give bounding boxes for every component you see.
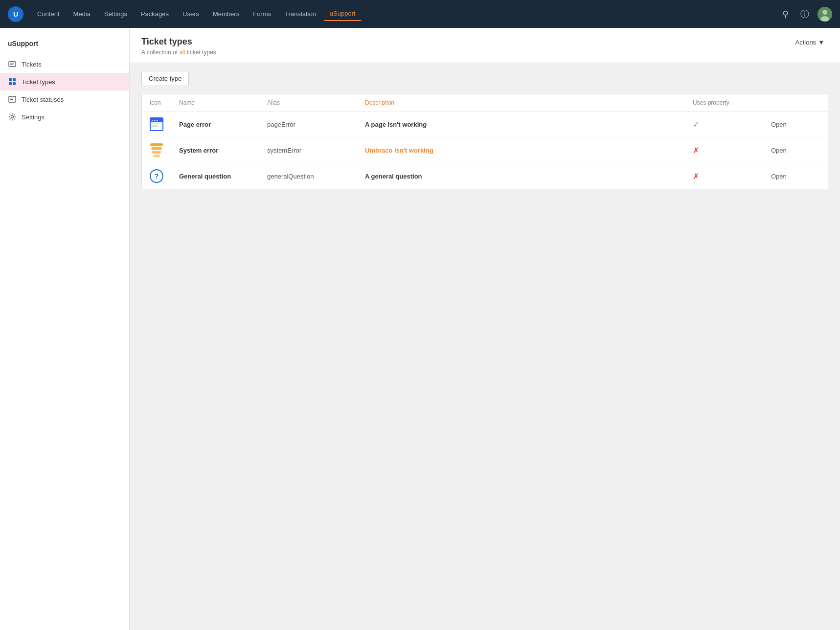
ticket-types-table: Icon Name Alias Description Uses propert…: [141, 94, 828, 189]
nav-packages[interactable]: Packages: [135, 7, 175, 21]
svg-point-1: [822, 10, 827, 15]
nav-members[interactable]: Members: [207, 7, 245, 21]
search-icon[interactable]: ⚲: [778, 7, 792, 21]
row-name-page-error: Page error: [179, 121, 267, 128]
create-type-button[interactable]: Create type: [141, 71, 189, 86]
ticket-statuses-icon: [8, 95, 17, 104]
table-row[interactable]: Page error pageError A page isn't workin…: [142, 112, 828, 137]
ticket-icon: [8, 60, 17, 68]
app-body: uSupport Tickets Ticket types: [0, 28, 840, 630]
stack-icon: [150, 143, 163, 157]
toolbar: Create type: [130, 63, 840, 94]
col-header-name: Name: [179, 99, 267, 106]
row-icon-system-error: [150, 143, 179, 157]
nav-media[interactable]: Media: [68, 7, 96, 21]
nav-users[interactable]: Users: [177, 7, 205, 21]
top-navigation: U Content Media Settings Packages Users …: [0, 0, 840, 28]
check-yes-icon: ✓: [693, 120, 699, 129]
sidebar-title: uSupport: [0, 36, 129, 55]
svg-point-14: [11, 116, 14, 118]
table-row[interactable]: System error systemError Umbraco isn't w…: [142, 137, 828, 163]
help-icon[interactable]: ⓘ: [798, 7, 812, 21]
row-description-page-error: A page isn't working: [365, 121, 693, 128]
chevron-down-icon: ▼: [818, 39, 824, 46]
sidebar-label-settings: Settings: [22, 113, 45, 121]
row-description-system-error: Umbraco isn't working: [365, 147, 693, 154]
nav-content[interactable]: Content: [31, 7, 66, 21]
page-title: Ticket types: [141, 37, 216, 47]
row-description-general-question: A general question: [365, 173, 693, 180]
row-uses-system-error: ✗: [693, 146, 771, 155]
check-no-icon: ✗: [693, 146, 699, 155]
logo[interactable]: U: [8, 6, 23, 22]
page-header-left: Ticket types A collection of all ticket …: [141, 37, 216, 56]
table-row[interactable]: ? General question generalQuestion A gen…: [142, 163, 828, 189]
row-alias-system-error: systemError: [267, 147, 365, 154]
col-header-uses-property: Uses property: [693, 99, 771, 106]
svg-rect-9: [13, 82, 16, 85]
row-icon-general-question: ?: [150, 169, 179, 183]
browser-icon: [150, 117, 163, 131]
row-status-system-error: Open: [771, 147, 820, 154]
svg-rect-6: [9, 78, 12, 81]
check-no-icon: ✗: [693, 172, 699, 181]
sidebar-label-ticket-statuses: Ticket statuses: [22, 96, 64, 103]
nav-forms[interactable]: Forms: [247, 7, 277, 21]
sidebar-label-tickets: Tickets: [22, 61, 42, 68]
col-header-icon: Icon: [150, 99, 179, 106]
actions-button[interactable]: Actions ▼: [791, 37, 828, 48]
col-header-status: [771, 99, 820, 106]
main-content: Ticket types A collection of all ticket …: [130, 28, 840, 630]
col-header-alias: Alias: [267, 99, 365, 106]
nav-usupport[interactable]: uSupport: [324, 7, 362, 21]
question-mark-icon: ?: [150, 169, 163, 183]
settings-icon: [8, 112, 17, 121]
user-avatar[interactable]: [817, 7, 832, 22]
col-header-description: Description: [365, 99, 693, 106]
svg-rect-8: [9, 82, 12, 85]
row-name-system-error: System error: [179, 147, 267, 154]
row-uses-page-error: ✓: [693, 120, 771, 129]
row-status-page-error: Open: [771, 121, 820, 128]
sidebar-label-ticket-types: Ticket types: [22, 78, 55, 86]
sidebar-item-ticket-types[interactable]: Ticket types: [0, 73, 129, 90]
svg-rect-3: [9, 62, 16, 67]
page-subtitle: A collection of all ticket types: [141, 49, 216, 56]
all-link[interactable]: all: [179, 49, 185, 56]
sidebar-item-settings[interactable]: Settings: [0, 108, 129, 126]
page-header: Ticket types A collection of all ticket …: [130, 28, 840, 63]
row-icon-page-error: [150, 117, 179, 131]
svg-rect-7: [13, 78, 16, 81]
row-name-general-question: General question: [179, 173, 267, 180]
row-alias-page-error: pageError: [267, 121, 365, 128]
row-alias-general-question: generalQuestion: [267, 173, 365, 180]
sidebar-item-tickets[interactable]: Tickets: [0, 55, 129, 73]
nav-settings[interactable]: Settings: [98, 7, 133, 21]
table-header: Icon Name Alias Description Uses propert…: [142, 94, 828, 112]
sidebar-item-ticket-statuses[interactable]: Ticket statuses: [0, 90, 129, 108]
row-status-general-question: Open: [771, 173, 820, 180]
nav-translation[interactable]: Translation: [279, 7, 322, 21]
row-uses-general-question: ✗: [693, 172, 771, 181]
nav-icons: ⚲ ⓘ: [778, 7, 832, 22]
ticket-types-icon: [8, 77, 17, 86]
sidebar: uSupport Tickets Ticket types: [0, 28, 130, 630]
